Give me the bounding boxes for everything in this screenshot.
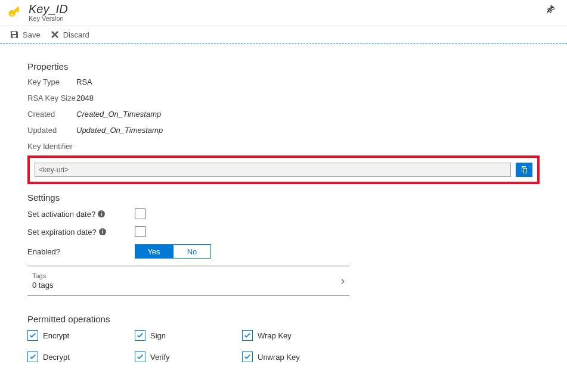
enabled-no-button[interactable]: No (173, 244, 211, 259)
sign-label: Sign (150, 331, 166, 340)
wrap-key-checkbox[interactable] (242, 330, 253, 341)
updated-value: Updated_On_Timestamp (76, 126, 163, 135)
unwrap-key-checkbox[interactable] (242, 351, 253, 362)
verify-checkbox[interactable] (135, 351, 145, 362)
updated-label: Updated (27, 126, 76, 135)
sign-checkbox[interactable] (135, 330, 145, 341)
key-identifier-label: Key Identifier (27, 142, 540, 151)
encrypt-label: Encrypt (43, 331, 69, 340)
settings-heading: Settings (27, 192, 540, 203)
discard-button[interactable]: Discard (50, 30, 89, 39)
decrypt-checkbox[interactable] (27, 351, 38, 362)
activation-checkbox[interactable] (135, 209, 145, 219)
expiration-label: Set expiration date? (27, 228, 97, 237)
page-subtitle: Key Version (29, 15, 68, 22)
created-value: Created_On_Timestamp (76, 110, 161, 119)
properties-heading: Properties (27, 61, 540, 71)
permitted-heading: Permitted operations (27, 314, 540, 324)
decrypt-label: Decrypt (43, 353, 70, 362)
discard-label: Discard (63, 30, 89, 39)
enabled-yes-button[interactable]: Yes (135, 244, 173, 259)
activation-label: Set activation date? (27, 210, 95, 219)
verify-label: Verify (150, 353, 170, 362)
enabled-label: Enabled? (27, 247, 60, 256)
tags-row[interactable]: Tags 0 tags › (27, 266, 349, 296)
rsa-size-label: RSA Key Size (27, 94, 76, 102)
tags-count: 0 tags (32, 281, 53, 290)
save-label: Save (23, 30, 41, 39)
encrypt-checkbox[interactable] (27, 330, 38, 341)
created-label: Created (27, 110, 76, 119)
tags-label: Tags (32, 272, 53, 279)
expiration-checkbox[interactable] (135, 226, 145, 237)
info-icon[interactable]: i (98, 210, 105, 217)
wrap-key-label: Wrap Key (258, 331, 292, 340)
key-type-label: Key Type (27, 77, 76, 86)
key-uri-input[interactable] (35, 163, 511, 177)
key-type-value: RSA (76, 77, 92, 86)
page-title: Key_ID (29, 2, 68, 16)
pin-icon[interactable] (546, 5, 555, 16)
key-icon (7, 4, 24, 21)
chevron-right-icon: › (341, 275, 345, 287)
info-icon[interactable]: i (99, 228, 106, 235)
key-uri-highlight (27, 155, 540, 184)
rsa-size-value: 2048 (76, 94, 94, 102)
unwrap-key-label: Unwrap Key (258, 353, 300, 362)
copy-button[interactable] (516, 163, 532, 177)
save-button[interactable]: Save (10, 30, 41, 39)
